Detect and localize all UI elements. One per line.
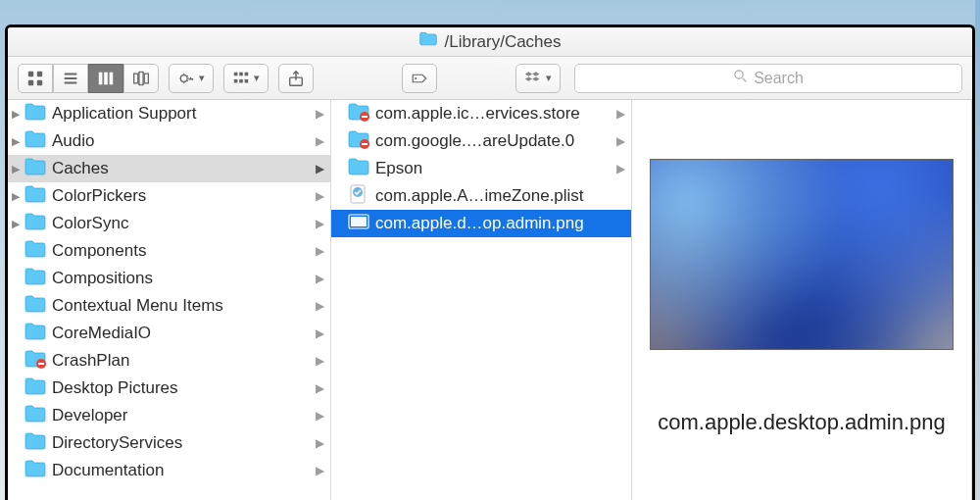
folder-icon [22,430,47,457]
folder-row[interactable]: Contextual Menu Items▶ [8,292,330,320]
column-2[interactable]: com.apple.ic…ervices.store▶ com.google.…… [331,100,632,500]
folder-icon [22,156,47,182]
parent-chevron-icon: ▶ [12,190,22,203]
folder-row[interactable]: ▶ Application Support▶ [8,100,330,127]
folder-row[interactable]: ▶ ColorPickers▶ [8,182,330,210]
folder-icon [22,211,47,237]
expand-chevron-icon: ▶ [316,217,324,230]
item-label: Contextual Menu Items [52,296,312,316]
png-icon [345,211,370,237]
folder-icon [345,156,370,182]
chevron-down-icon: ▾ [254,72,260,84]
folder-row[interactable]: ▶ Audio▶ [8,127,330,155]
expand-chevron-icon: ▶ [316,354,324,368]
parent-chevron-icon: ▶ [12,218,22,230]
svg-rect-2 [28,79,33,84]
svg-rect-15 [239,72,243,75]
view-icon-button[interactable] [18,64,53,93]
svg-rect-7 [99,72,103,84]
file-row[interactable]: com.apple.d…op.admin.png [331,210,631,237]
folder-row[interactable]: Desktop Pictures▶ [8,375,330,402]
expand-chevron-icon: ▶ [316,272,324,285]
item-label: ColorSync [52,214,312,233]
svg-rect-16 [245,72,249,75]
item-label: CoreMediaIO [52,324,312,343]
folder-row[interactable]: com.google.…areUpdate.0▶ [331,127,631,155]
expand-chevron-icon: ▶ [316,409,324,423]
folder-icon [22,128,47,155]
folder-row[interactable]: Components▶ [8,237,330,265]
folder-row[interactable]: DirectoryServices▶ [8,429,330,457]
folder-icon [22,403,47,429]
column-1[interactable]: ▶ Application Support▶▶ Audio▶▶ Caches▶▶… [8,100,331,500]
svg-rect-11 [139,72,143,84]
preview-filename: com.apple.desktop.admin.png [658,409,946,436]
plist-icon [345,183,370,210]
preview-column: com.apple.desktop.admin.png [632,100,972,500]
search-icon [733,69,748,87]
folder-icon [22,458,47,484]
folder-row[interactable]: CrashPlan▶ [8,347,330,375]
group-by-group: ▾ [223,64,269,93]
file-row[interactable]: com.apple.A…imeZone.plist [331,182,631,210]
svg-rect-1 [37,71,42,75]
svg-rect-18 [239,78,243,82]
search-field[interactable]: Search [574,64,962,93]
item-label: Desktop Pictures [52,378,312,398]
view-gallery-button[interactable] [123,64,159,93]
toolbar: ▾ ▾ ▾ Search [8,57,972,100]
action-menu-button[interactable]: ▾ [169,64,214,93]
group-by-button[interactable]: ▾ [223,64,269,93]
expand-chevron-icon: ▶ [316,381,324,395]
dropbox-button[interactable]: ▾ [515,64,561,93]
folder-icon [22,183,47,210]
svg-point-22 [735,71,743,78]
item-label: Epson [375,159,612,178]
item-label: Audio [52,131,312,151]
expand-chevron-icon: ▶ [616,134,625,148]
expand-chevron-icon: ▶ [316,464,324,477]
svg-rect-0 [28,71,33,75]
expand-chevron-icon: ▶ [616,162,625,175]
tags-button[interactable] [402,64,437,93]
folder-row[interactable]: Developer▶ [8,402,330,429]
folder-row[interactable]: Compositions▶ [8,265,330,292]
titlebar[interactable]: /Library/Caches [8,27,972,57]
desktop-background [975,0,980,500]
folder-icon [22,101,47,127]
folder-icon [22,293,47,320]
titlebar-path: /Library/Caches [444,32,561,52]
svg-rect-27 [362,116,368,118]
item-label: Developer [52,406,312,425]
share-button[interactable] [278,64,314,93]
chevron-down-icon: ▾ [546,72,552,84]
preview-thumbnail[interactable] [650,159,954,350]
view-columns-button[interactable] [88,64,123,93]
expand-chevron-icon: ▶ [316,436,324,450]
item-label: Documentation [52,461,312,480]
folder-row[interactable]: ▶ Caches▶ [8,155,330,182]
view-mode-group [18,64,159,93]
columns-view: ▶ Application Support▶▶ Audio▶▶ Caches▶▶… [8,100,972,500]
svg-rect-33 [351,217,367,226]
folder-row[interactable]: com.apple.ic…ervices.store▶ [331,100,631,127]
folder-row[interactable]: CoreMediaIO▶ [8,320,330,347]
item-label: Compositions [52,269,312,288]
folder-icon [22,321,47,347]
expand-chevron-icon: ▶ [316,189,324,203]
chevron-down-icon: ▾ [199,72,205,84]
folder-row[interactable]: Documentation▶ [8,457,330,484]
finder-window: /Library/Caches ▾ ▾ [5,25,975,500]
svg-point-21 [415,76,416,78]
parent-chevron-icon: ▶ [12,108,22,121]
folder-row[interactable]: Epson▶ [331,155,631,182]
folder-row[interactable]: ▶ ColorSync▶ [8,210,330,237]
svg-rect-19 [245,78,249,82]
item-label: com.google.…areUpdate.0 [375,131,612,151]
item-label: com.apple.A…imeZone.plist [375,186,625,206]
item-label: com.apple.d…op.admin.png [375,214,625,233]
svg-rect-17 [234,78,238,82]
view-list-button[interactable] [53,64,88,93]
expand-chevron-icon: ▶ [316,162,324,175]
expand-chevron-icon: ▶ [316,299,324,313]
